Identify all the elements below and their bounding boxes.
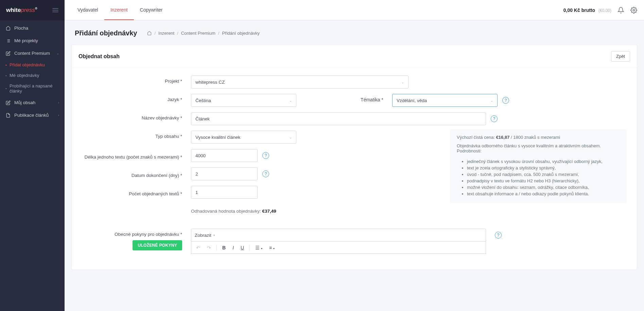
balance-main: 0,00 Kč brutto <box>563 7 595 13</box>
sidebar-sub-add-order[interactable]: Přidat objednávku <box>10 60 65 70</box>
content-type-value: Vysoce kvalitní článek <box>195 135 240 140</box>
logo-white: white <box>6 7 21 13</box>
logo: whitepress® <box>6 7 37 14</box>
language-select[interactable]: Čeština ⌄ <box>191 94 296 107</box>
sidebar-item-label: Můj obsah <box>14 100 35 105</box>
sidebar-item-content-premium[interactable]: Content Premium ⌄ <box>0 47 65 60</box>
estimate-label: Odhadovaná hodnota objednávky: <box>191 209 262 214</box>
logo-reg: ® <box>35 7 37 10</box>
underline-icon[interactable]: U <box>239 244 245 251</box>
breadcrumb: / Inzerent / Content Premium / Přidání o… <box>147 31 260 36</box>
toolbar-separator <box>216 245 217 251</box>
editor-toolbar-format: ↶ ↷ B I U ☰ ▾ ≡ ▾ <box>191 242 486 254</box>
bullet-list-icon[interactable]: ☰ ▾ <box>254 244 264 251</box>
tab-publisher[interactable]: Vydavatel <box>71 0 104 20</box>
redo-icon[interactable]: ↷ <box>206 244 212 251</box>
editor-toolbar-top: Zobrazit ▾ <box>191 229 486 242</box>
info-price-label: Výchozí čistá cena: <box>457 135 496 140</box>
editor-show-label: Zobrazit <box>195 233 211 238</box>
chevron-down-icon: ⌄ <box>289 135 292 139</box>
count-input[interactable] <box>191 186 258 199</box>
sidebar-item-label: Probíhající a napsané články <box>10 83 54 94</box>
back-button[interactable]: Zpět <box>611 51 630 62</box>
balance: 0,00 Kč brutto (€0,00) <box>563 7 611 13</box>
help-icon[interactable]: ? <box>495 232 502 239</box>
content-type-select[interactable]: Vysoce kvalitní článek ⌄ <box>191 131 296 144</box>
order-name-input[interactable] <box>191 112 486 125</box>
info-price-value: €16,87 <box>496 135 510 140</box>
sidebar-submenu: Přidat objednávku Mé objednávky Probíhaj… <box>0 60 65 96</box>
sidebar-item-projects[interactable]: Mé projekty <box>0 34 65 47</box>
sidebar-sub-in-progress[interactable]: Probíhající a napsané články <box>10 81 65 96</box>
caret-down-icon: ▾ <box>213 234 215 237</box>
order-name-label: Název objednávky * <box>82 112 182 120</box>
project-label: Projekt * <box>82 76 182 84</box>
crumb-sep: / <box>177 31 178 36</box>
sidebar-item-label: Mé objednávky <box>10 73 39 78</box>
estimate-row: Odhadovaná hodnota objednávky: €37,49 <box>191 209 627 214</box>
home-icon <box>5 26 11 31</box>
numbered-list-icon[interactable]: ≡ ▾ <box>268 244 276 251</box>
info-bullet: možné vložení do obsahu: seznam, odrážky… <box>467 185 620 190</box>
crumb-advertiser[interactable]: Inzerent <box>158 31 174 36</box>
length-label: Délka jednoho textu (počet znaků s mezer… <box>82 151 182 160</box>
help-icon[interactable]: ? <box>502 97 509 104</box>
chevron-down-icon: ⌄ <box>490 99 493 102</box>
crumb-sep: / <box>218 31 220 36</box>
chevron-right-icon: › <box>58 113 59 117</box>
deadline-input[interactable] <box>191 167 258 180</box>
sidebar-item-publications[interactable]: Publikace článků › <box>0 109 65 121</box>
saved-instructions-button[interactable]: ULOŽENÉ POKYNY <box>133 240 182 250</box>
card-header: Objednat obsah Zpět <box>72 45 637 68</box>
topbar: Vydavatel Inzerent Copywriter 0,00 Kč br… <box>65 0 644 20</box>
edit-icon <box>5 51 11 56</box>
undo-icon[interactable]: ↶ <box>195 244 202 251</box>
count-label: Počet objednaných textů * <box>82 188 182 196</box>
home-icon[interactable] <box>147 31 152 35</box>
sidebar-item-label: Přidat objednávku <box>10 62 45 67</box>
editor-show-dropdown[interactable]: Zobrazit ▾ <box>195 233 215 238</box>
estimate-value: €37,49 <box>262 209 276 214</box>
menu-toggle-icon[interactable] <box>52 8 58 12</box>
sidebar-item-label: Plocha <box>14 26 28 31</box>
language-value: Čeština <box>195 98 211 103</box>
crumb-current: Přidání objednávky <box>222 31 260 36</box>
toolbar-separator <box>249 245 250 251</box>
sidebar-item-label: Mé projekty <box>14 38 38 43</box>
help-icon[interactable]: ? <box>262 170 269 177</box>
info-bullet: úvod - tučně, pod nadpisem, cca. 500 zna… <box>467 172 620 177</box>
tab-advertiser[interactable]: Inzerent <box>104 0 134 20</box>
deadline-label: Datum dokončení (dny) * <box>82 170 182 178</box>
edit-icon <box>5 100 11 105</box>
sidebar-sub-my-orders[interactable]: Mé objednávky <box>10 70 65 81</box>
help-icon[interactable]: ? <box>262 152 269 159</box>
tab-copywriter[interactable]: Copywriter <box>134 0 169 20</box>
topnav: Vydavatel Inzerent Copywriter <box>71 0 169 20</box>
balance-sub: (€0,00) <box>598 8 611 13</box>
main: Vydavatel Inzerent Copywriter 0,00 Kč br… <box>65 0 644 311</box>
crumb-content-premium[interactable]: Content Premium <box>181 31 215 36</box>
svg-point-6 <box>633 9 635 11</box>
bold-icon[interactable]: B <box>221 244 227 251</box>
sidebar-item-dashboard[interactable]: Plocha <box>0 22 65 34</box>
bell-icon[interactable] <box>617 7 624 14</box>
topic-select[interactable]: Vzdělání, věda ⌄ <box>392 94 498 107</box>
document-icon <box>5 113 11 118</box>
help-icon[interactable]: ? <box>491 115 498 122</box>
info-bullet: text obsahuje informace a / nebo odkazy … <box>467 191 620 196</box>
sidebar-item-label: Publikace článků <box>14 113 49 118</box>
length-input[interactable] <box>191 149 258 162</box>
sidebar-item-my-content[interactable]: Můj obsah › <box>0 96 65 109</box>
info-bullet: podnadpisy v textu ve formátu H2 nebo H3… <box>467 178 620 183</box>
sidebar-nav: Plocha Mé projekty Content Premium ⌄ Při… <box>0 20 65 121</box>
gear-icon[interactable] <box>630 7 637 14</box>
italic-icon[interactable]: I <box>231 244 235 251</box>
project-select[interactable]: whitepress CZ ⌄ <box>191 76 408 88</box>
content-type-label: Typ obsahu * <box>82 131 182 139</box>
list-icon <box>5 38 11 43</box>
instructions-label: Obecné pokyny pro objednávku * <box>82 229 182 237</box>
sidebar: whitepress® Plocha Mé projekty Content P… <box>0 0 65 311</box>
info-bullet: text je zcela ortograficky a stylisticky… <box>467 165 620 170</box>
page-header: Přidání objednávky / Inzerent / Content … <box>65 20 644 45</box>
card-title: Objednat obsah <box>79 53 120 60</box>
